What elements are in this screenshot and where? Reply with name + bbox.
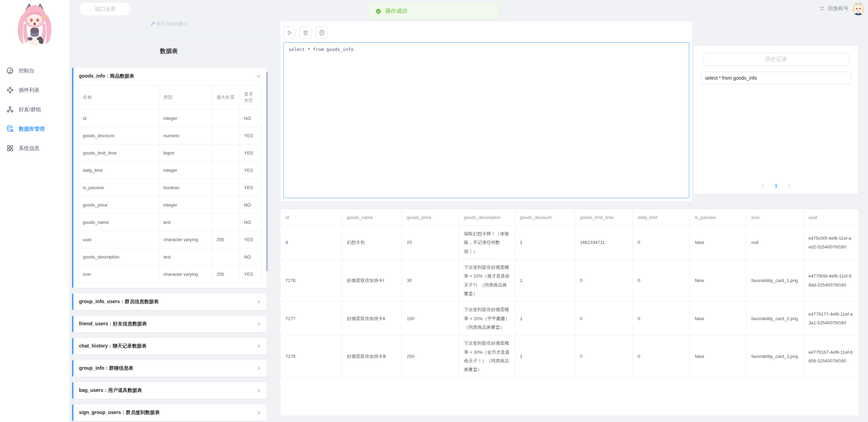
switch-account-label: 切换账号 [828, 5, 849, 12]
result-cell: 7276 [281, 260, 342, 302]
table-card-label: friend_users：好友信息数据表 [79, 321, 147, 327]
sidebar-item-friends-groups[interactable]: 好友/群组 [0, 100, 69, 119]
prev-page-button[interactable] [761, 184, 765, 188]
table-card-header-chat_history[interactable]: chat_history：聊天记录数据表 [73, 338, 267, 354]
results-table: idgoods_namegoods_pricegoods_description… [281, 209, 858, 378]
result-col-header-is_passive: is_passive [690, 209, 746, 226]
result-cell: 下次签到双倍好感度概率 + 10%（谁才是真命天子?）（同类商品将覆盖） [459, 260, 515, 302]
chevron-right-icon [256, 322, 261, 326]
result-row[interactable]: 7278好感度双倍加持卡Ⅲ250下次签到双倍好感度概率 + 30%（金币才是真命… [281, 335, 858, 378]
schema-cell: 255 [212, 266, 240, 283]
result-col-header-goods_name: goods_name [342, 209, 402, 226]
schema-cell: icon [79, 266, 159, 283]
result-cell: false [690, 302, 746, 335]
run-query-button[interactable] [283, 26, 295, 39]
database-icon [6, 125, 14, 133]
schema-cell: daily_limit [79, 162, 159, 179]
result-cell: false [690, 260, 746, 302]
history-item[interactable]: select * from goods_info [700, 72, 852, 84]
result-cell: 1 [515, 226, 575, 260]
result-cell: e47790fd-4ef8-11ef-88dd-5254007bf160 [804, 260, 858, 302]
schema-cell: bigint [159, 144, 212, 162]
result-cell: 1662334711 [575, 226, 633, 260]
result-row[interactable]: 7277好感度双倍加持卡Ⅱ150下次签到双倍好感度概率 + 20%（平平庸庸）（… [281, 302, 858, 335]
schema-row: is_passivebooleanYES [79, 179, 262, 196]
schema-cell [212, 248, 240, 266]
schema-cell: YES [240, 179, 262, 196]
result-cell: 1 [515, 260, 575, 302]
sidebar-item-plugins[interactable]: 插件列表 [0, 80, 69, 100]
schema-row: idintegerNO [79, 110, 262, 127]
result-row[interactable]: 7276好感度双倍加持卡Ⅰ30下次签到双倍好感度概率 + 10%（谁才是真命天子… [281, 260, 858, 302]
schema-cell: boolean [159, 179, 212, 196]
result-cell: 0 [632, 226, 690, 260]
watermark-text: 风灵月影的魔法 [156, 21, 188, 27]
switch-account-button[interactable]: 切换账号 [819, 0, 849, 17]
table-card-header-group_info[interactable]: group_info：群聊信息表 [73, 360, 267, 377]
table-card-header-bag_users[interactable]: bag_users：用户道具数据表 [73, 382, 267, 399]
chevron-right-icon [256, 344, 261, 349]
result-cell: favorability_card_1.png [746, 260, 804, 302]
table-card-group_info: group_info：群聊信息表 [72, 360, 267, 377]
magic-wand-icon [150, 21, 155, 27]
success-toast: 操作成功 [368, 3, 500, 19]
table-card-header-goods_info[interactable]: goods_info：商品数据表 [73, 68, 267, 85]
schema-cell: YES [240, 162, 262, 179]
result-row[interactable]: 4幻想卡包20抽取幻想卡牌！（体验版，不记录任何数据！）116623347110… [281, 226, 858, 260]
result-cell: 0 [575, 335, 633, 378]
result-cell: 幻想卡包 [342, 226, 402, 260]
sql-input[interactable]: select * from goods_info [283, 42, 689, 198]
port-settings-button[interactable]: 端口设置 [80, 3, 131, 15]
result-col-header-goods_price: goods_price [402, 209, 459, 226]
schema-cell: goods_price [79, 196, 159, 214]
result-cell: null [746, 226, 804, 260]
editor-toolbar [283, 26, 689, 39]
schema-cell: NO [240, 214, 262, 231]
table-card-sign_group_users: sign_group_users：群员签到数据表 [72, 404, 267, 421]
table-card-header-group_info_users[interactable]: group_info_users：群员信息数据表 [73, 293, 267, 310]
result-cell: 好感度双倍加持卡Ⅱ [342, 302, 402, 335]
result-cell: 好感度双倍加持卡Ⅰ [342, 260, 402, 302]
table-card-header-sign_group_users[interactable]: sign_group_users：群员签到数据表 [73, 404, 267, 421]
system-icon [6, 144, 14, 152]
scrollbar[interactable] [266, 72, 268, 271]
schema-cell: YES [240, 144, 262, 162]
dashboard-icon [6, 67, 14, 74]
schema-col-header: 最大长度 [212, 85, 240, 110]
history-list: select * from goods_info [700, 72, 852, 84]
tables-title: 数据表 [69, 47, 268, 55]
divider [69, 37, 268, 37]
schema-cell: 255 [212, 231, 240, 248]
schema-cell [212, 162, 240, 179]
result-cell: e4779177-4ef8-11ef-a3a1-5254007bf160 [804, 302, 858, 335]
watermark: 风灵月影的魔法 [69, 21, 268, 27]
sidebar-item-system-info[interactable]: 系统信息 [0, 139, 69, 158]
copy-button[interactable] [316, 26, 328, 39]
result-cell: 0 [632, 302, 690, 335]
table-card-list: goods_info：商品数据表 名称类型最大长度是否为空 idintegerN… [72, 68, 267, 422]
sidebar-item-database[interactable]: 数据库管理 [0, 119, 69, 139]
schema-col-header: 是否为空 [240, 85, 262, 110]
schema-row: daily_limitintegerYES [79, 162, 262, 179]
clear-button[interactable] [300, 26, 311, 39]
table-card-header-friend_users[interactable]: friend_users：好友信息数据表 [73, 316, 267, 332]
result-cell: 150 [402, 302, 459, 335]
schema-cell: text [159, 248, 212, 266]
sidebar-item-label: 插件列表 [19, 87, 39, 94]
schema-row: goods_discountnumericYES [79, 127, 262, 144]
page-number[interactable]: 1 [775, 183, 778, 188]
result-cell: 好感度双倍加持卡Ⅲ [342, 335, 402, 378]
next-page-button[interactable] [787, 184, 791, 188]
user-avatar[interactable] [851, 1, 865, 15]
sidebar-item-console[interactable]: 控制台 [0, 61, 69, 80]
schema-cell: integer [159, 162, 212, 179]
schema-cell: goods_limit_time [79, 144, 159, 162]
schema-cell: numeric [159, 127, 212, 144]
schema-cell: text [159, 214, 212, 231]
schema-row: goods_nametextNO [79, 214, 262, 231]
schema-cell: YES [240, 231, 262, 248]
chevron-right-icon [256, 366, 261, 371]
table-card-bag_users: bag_users：用户道具数据表 [72, 382, 267, 399]
history-title: 历史记录 [703, 53, 849, 66]
sidebar-item-label: 好友/群组 [19, 106, 41, 113]
